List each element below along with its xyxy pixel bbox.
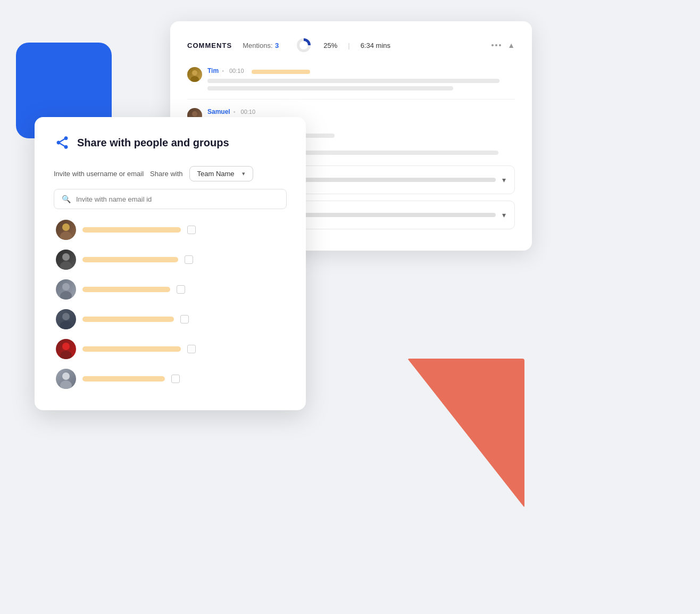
separator [187, 99, 515, 99]
avatar [56, 339, 76, 359]
skeleton-line [207, 86, 453, 90]
dropdown-chevron-1[interactable]: ▾ [502, 176, 506, 184]
person-checkbox[interactable] [171, 375, 180, 383]
team-dropdown[interactable]: Team Name ▾ [189, 166, 253, 181]
svg-point-15 [60, 291, 72, 300]
share-panel-title: Share with people and groups [77, 137, 229, 149]
person-checkbox[interactable] [180, 315, 189, 323]
avatar [56, 279, 76, 300]
duration-text: 6:34 mins [361, 42, 390, 49]
person-checkbox[interactable] [185, 255, 193, 264]
list-item [54, 275, 287, 304]
person-name-skeleton [82, 287, 170, 292]
header-actions: ▲ [489, 41, 515, 49]
person-checkbox[interactable] [187, 226, 196, 234]
avatar [56, 220, 76, 240]
svg-point-4 [192, 111, 197, 117]
comment-content-samuel: Samuel • 00:10 [207, 108, 515, 115]
list-item [54, 305, 287, 334]
search-input[interactable] [76, 195, 279, 203]
dot1 [491, 44, 494, 46]
mentions-label: Mentions: 3 [243, 40, 279, 50]
comment-content-tim: Tim • 00:10 [207, 67, 515, 90]
invite-label: Invite with username or email [54, 170, 144, 178]
svg-point-17 [60, 321, 72, 329]
percentage-text: 25% [323, 42, 337, 49]
search-icon: 🔍 [62, 195, 71, 203]
list-item [54, 215, 287, 244]
dot2 [495, 44, 497, 46]
svg-point-3 [190, 76, 199, 82]
person-checkbox[interactable] [177, 285, 185, 294]
list-item [54, 364, 287, 393]
svg-point-13 [60, 261, 72, 270]
comment-highlight-bar [252, 70, 310, 74]
team-dropdown-arrow: ▾ [242, 170, 245, 177]
comments-header: COMMENTS Mentions: 3 25% | 6:34 mins ▲ [187, 36, 515, 54]
avatar [56, 250, 76, 270]
person-name-skeleton [82, 317, 174, 322]
skeleton-line [207, 79, 499, 83]
avatar-tim [187, 67, 202, 82]
search-box: 🔍 [54, 189, 287, 209]
share-panel: Share with people and groups Invite with… [35, 117, 306, 410]
comment-time-samuel: 00:10 [241, 109, 256, 115]
dropdown-chevron-2[interactable]: ▾ [502, 211, 506, 219]
coral-decoration [407, 359, 524, 508]
person-checkbox[interactable] [187, 345, 196, 353]
commenter-name-tim: Tim [207, 67, 219, 74]
svg-point-18 [62, 343, 70, 350]
svg-point-14 [62, 283, 70, 291]
comments-title: COMMENTS [187, 42, 232, 49]
svg-point-2 [192, 70, 197, 76]
collapse-button[interactable]: ▲ [507, 41, 515, 49]
avatar [56, 369, 76, 389]
dot3 [499, 44, 501, 46]
commenter-name-samuel: Samuel [207, 108, 230, 115]
share-panel-header: Share with people and groups [54, 134, 287, 151]
svg-point-19 [60, 351, 72, 359]
list-item [54, 335, 287, 363]
comment-time-tim: 00:10 [229, 68, 244, 74]
comment-row-tim: Tim • 00:10 [187, 67, 515, 90]
person-name-skeleton [82, 376, 165, 381]
svg-point-21 [60, 380, 72, 389]
person-name-skeleton [82, 257, 178, 262]
more-options-button[interactable] [489, 42, 503, 48]
svg-point-12 [62, 253, 70, 261]
svg-point-20 [62, 372, 70, 380]
svg-point-10 [62, 223, 70, 231]
list-item [54, 245, 287, 274]
person-name-skeleton [82, 346, 181, 352]
share-icon [54, 134, 71, 151]
team-name-text: Team Name [197, 170, 235, 178]
svg-point-1 [299, 41, 308, 49]
pie-chart [295, 36, 313, 54]
person-name-skeleton [82, 227, 181, 233]
svg-point-11 [60, 231, 72, 240]
avatar [56, 309, 76, 329]
share-with-label: Share with [150, 170, 182, 178]
people-list [54, 215, 287, 393]
svg-point-16 [62, 313, 70, 320]
invite-row: Invite with username or email Share with… [54, 166, 287, 181]
